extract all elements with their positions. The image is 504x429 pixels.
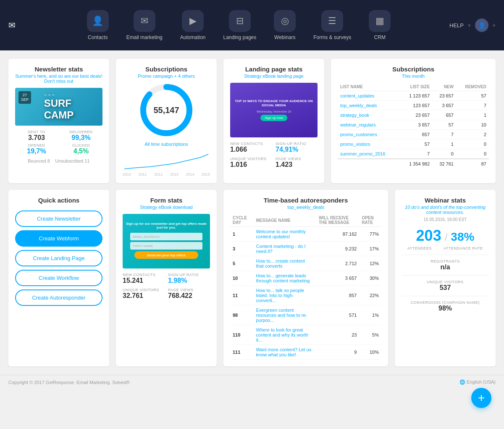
col-message: MESSAGE NAME (254, 214, 316, 227)
nav-label-automation: Automation (180, 34, 206, 40)
nav-label-forms: Forms & surveys (313, 34, 351, 40)
create-webform-button[interactable]: Create Webform (15, 230, 102, 247)
table-row: promo_customers 657 7 2 (338, 130, 489, 139)
sent-to-value: 3.703 (15, 134, 58, 142)
total-new: 32 761 (432, 159, 456, 168)
bounced-text: Bounced 8 Unsubscribed 11 (28, 158, 89, 163)
crm-icon: ▦ (369, 10, 391, 32)
opened-block: OPENED 19,7% (15, 143, 58, 155)
sidebar-item-contacts[interactable]: 👤 Contacts (80, 6, 116, 45)
drag-handle: · · · (54, 62, 64, 67)
signup-ratio-block: SIGN-UP RATIO 74,91% (276, 142, 318, 153)
sidebar-item-crm[interactable]: ▦ CRM (362, 6, 397, 45)
form-new-contacts-value: 15.241 (123, 277, 165, 284)
unique-visitors-label: UNIQUE VISITORS (230, 157, 272, 161)
table-row: strategy_book 23 657 657 1 (338, 111, 489, 120)
automation-icon: ▶ (182, 10, 204, 32)
clicked-label: CLICKED (60, 143, 102, 147)
webinar-labels-row: ATTENDEES ATTENDANCE RATE (402, 246, 489, 250)
name-field-mock: FIRST NAME (130, 242, 202, 250)
bottom-row-grid: · · · Quick actions Create Newsletter Cr… (8, 190, 496, 366)
clicked-value: 4,5% (60, 147, 102, 155)
newsletter-image: 27 SEP ~ ~ ~ SURFCAMP (15, 88, 102, 126)
opened-label: OPENED (15, 143, 58, 147)
copyright-text: Copyright © 2017 GetResponse. Email Mark… (8, 380, 130, 385)
attendance-rate-label: ATTENDANCE RATE (444, 246, 483, 250)
sent-to-block: SENT TO 3.703 (15, 130, 58, 142)
nav-label-landing: Landing pages (223, 34, 257, 40)
attendees-label: ATTENDEES (407, 246, 432, 250)
newsletter-footer: Bounced 8 Unsubscribed 11 (15, 158, 102, 163)
form-new-contacts-block: NEW CONTACTS 15.241 (123, 273, 165, 284)
newsletter-stats: SENT TO 3.703 DELIVERED 99,3% OPENED 19,… (15, 130, 102, 155)
forms-icon: ☰ (321, 10, 343, 32)
create-workflow-button[interactable]: Create Workflow (15, 270, 102, 286)
form-submit-mock: Send me your top offers (134, 251, 198, 259)
landing-icon: ⊟ (229, 10, 251, 32)
logo[interactable]: ✉ (8, 20, 16, 30)
create-landing-page-button[interactable]: Create Landing Page (15, 250, 102, 266)
webinar-main-stats: 203 / 38% (402, 227, 489, 245)
nav-label-contacts: Contacts (88, 34, 108, 40)
drag-handle-7: · · · (301, 193, 311, 198)
new-contacts-label: NEW CONTACTS (230, 142, 272, 146)
form-stats-grid: NEW CONTACTS 15.241 SIGN-UP RATIO 1.98% … (123, 273, 210, 300)
donut-value: 55,147 (153, 105, 179, 115)
donut-wrap: 55,147 (139, 83, 194, 137)
nav-label-webinars: Webinars (274, 34, 295, 40)
sidebar-item-email-marketing[interactable]: ✉ Email marketing (120, 6, 169, 45)
subscriptions-table-card: · · · Subscriptions This month LIST NAME… (331, 59, 496, 183)
col-cycle: CYCLE DAY (230, 214, 254, 227)
create-newsletter-button[interactable]: Create Newsletter (15, 211, 102, 227)
conversions-value: 98% (402, 305, 489, 312)
landing-stats-grid: NEW CONTACTS 1.066 SIGN-UP RATIO 74,91% … (230, 142, 318, 168)
registrants-label: REGISTRANTS (402, 259, 489, 263)
newsletter-stats-card: · · · Newsletter stats Summer's here, an… (8, 59, 109, 183)
sent-to-label: SENT TO (15, 130, 58, 134)
date-month: SEP (21, 97, 29, 102)
subscriptions-table: LIST NAME LIST SIZE NEW REMOVED content_… (338, 83, 489, 168)
signup-ratio-label: SIGN-UP RATIO (276, 142, 318, 146)
date-badge: 27 SEP (18, 91, 31, 104)
col-list-size: LIST SIZE (400, 83, 432, 91)
form-page-views-block: PAGE VIEWS 768.422 (168, 288, 210, 300)
registrants-value: n/a (402, 263, 489, 271)
landing-subtitle: Strategy eBook landing page (230, 74, 318, 79)
conversions-row: CONVERSIONS (CAMPAIGN NAME) 98% (402, 300, 489, 312)
autoresponders-card: · · · Time-based autoresponders top_week… (223, 190, 388, 366)
nav-label-email: Email marketing (126, 34, 163, 40)
webinar-date: 15.05.2016, 18:00 EST (402, 217, 489, 222)
sidebar-item-forms[interactable]: ☰ Forms & surveys (307, 6, 358, 45)
form-page-views-label: PAGE VIEWS (168, 288, 210, 292)
sidebar-item-landing-pages[interactable]: ⊟ Landing pages (217, 6, 263, 45)
sidebar-item-automation[interactable]: ▶ Automation (173, 6, 213, 45)
col-removed: REMOVED (456, 83, 489, 91)
delivered-block: DELIVERED 99,3% (60, 130, 102, 142)
nav-items: 👤 Contacts ✉ Email marketing ▶ Automatio… (28, 6, 449, 45)
webinar-unique-visitors-value: 537 (402, 284, 489, 292)
col-open-rate: OPEN RATE (359, 214, 381, 227)
page-views-block: PAGE VIEWS 1.423 (276, 157, 318, 168)
sidebar-item-webinars[interactable]: ◎ Webinars (267, 6, 302, 45)
create-autoresponder-button[interactable]: Create Autoresponder (15, 290, 102, 306)
all-time-label: All time subscriptions (123, 142, 210, 147)
total-removed: 87 (456, 159, 489, 168)
table-row: summer_promo_2016 7 0 0 (338, 149, 489, 159)
autoresponder-subtitle: top_weekly_deals (230, 205, 381, 210)
page-views-label: PAGE VIEWS (276, 157, 318, 161)
list-item: 1 Welcome to our monthly content updates… (230, 227, 381, 242)
surf-text: ~ ~ ~ SURFCAMP (44, 92, 74, 121)
form-unique-visitors-block: UNIQUE VISITORS 32.761 (123, 288, 165, 300)
unique-visitors-value: 1.016 (230, 161, 272, 168)
avatar[interactable]: 👤 (475, 18, 488, 32)
footer: Copyright © 2017 GetResponse. Email Mark… (0, 375, 504, 389)
list-item: 111 Want more content? Let us know what … (230, 345, 381, 360)
subscriptions-subtitle: Promo campaign + 4 others (123, 74, 210, 79)
sparkline-chart (123, 150, 210, 171)
drag-handle-2: · · · (161, 62, 171, 67)
webinar-subtitle: 10 do's and dont's of the top-converting… (402, 205, 489, 215)
language-selector[interactable]: 🌐 English (USA) (459, 379, 496, 385)
list-item: 5 How to... create content that converts… (230, 256, 381, 271)
top-navigation: ✉ 👤 Contacts ✉ Email marketing ▶ Automat… (0, 0, 504, 50)
help-link[interactable]: HELP (449, 22, 464, 29)
